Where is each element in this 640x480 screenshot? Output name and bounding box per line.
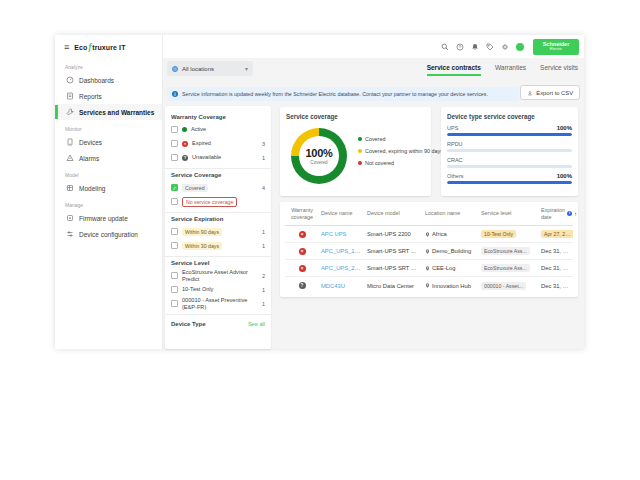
download-icon [527, 90, 533, 96]
checkbox[interactable] [171, 198, 178, 205]
hamburger-menu-icon[interactable]: ≡ [64, 43, 69, 52]
help-icon[interactable] [456, 43, 464, 51]
filter-warranty-active[interactable]: Active [171, 123, 265, 136]
divider [165, 168, 271, 169]
filter-section-title: Warranty Coverage [171, 114, 265, 120]
filter-section-title: Service Expiration [171, 216, 265, 222]
sidebar-section-manage: Manage [55, 196, 162, 210]
table-row[interactable]: × APC_UPS_2_Up Smart-UPS SRT ... CEE-Log… [285, 260, 573, 277]
device-link[interactable]: APC UPS [321, 231, 346, 237]
bar-row-ups: UPS 100% [447, 125, 572, 136]
feedback-tag-icon[interactable] [486, 43, 494, 51]
legend-item-covered: Covered [358, 136, 443, 142]
bar-row-others: Others 100% [447, 173, 572, 184]
warranty-expired-icon: × [299, 231, 306, 238]
filter-within-90-days[interactable]: Within 90 days 1 [171, 225, 265, 238]
config-icon [66, 230, 74, 238]
device-link[interactable]: APC_UPS_2_Up [321, 265, 365, 271]
page: ≡ Ecoƒtruxure IT Analyze Dashboards Repo… [0, 0, 640, 480]
sidebar-item-modeling[interactable]: Modeling [55, 180, 162, 196]
filter-warranty-expired[interactable]: × Expired 3 [171, 137, 265, 150]
app-logo-row: ≡ Ecoƒtruxure IT [55, 35, 162, 58]
tab-service-visits[interactable]: Service visits [540, 64, 578, 76]
table-row[interactable]: × APC_UPS_1_0... Smart-UPS SRT ... Demo_… [285, 243, 573, 260]
checkbox[interactable] [171, 286, 178, 293]
sidebar-item-services-and-warranties[interactable]: Services and Warranties [55, 104, 162, 120]
firmware-icon [66, 214, 74, 222]
sidebar-item-firmware-update[interactable]: Firmware update [55, 210, 162, 226]
col-device-name: Device name [319, 208, 365, 218]
sidebar-item-dashboards[interactable]: Dashboards [55, 72, 162, 88]
checkbox[interactable] [171, 242, 178, 249]
active-status-dot [182, 127, 187, 132]
checkbox[interactable] [171, 154, 178, 161]
device-link[interactable]: MDC43U [321, 283, 345, 289]
tab-service-contracts[interactable]: Service contracts [427, 64, 481, 76]
sidebar-section-monitor: Monitor [55, 120, 162, 134]
filter-level-10-test-only[interactable]: 10-Test Only 1 [171, 283, 265, 296]
service-coverage-card: Service coverage 100% Covered Covered Co… [280, 107, 431, 196]
table-header-row: Warranty coverage Device name Device mod… [285, 202, 573, 226]
col-location-name: Location name [423, 208, 479, 218]
table-row[interactable]: ? MDC43U Micro Data Center Innovation Hu… [285, 277, 573, 294]
tab-warranties[interactable]: Warranties [495, 64, 526, 76]
gauge-icon [66, 76, 74, 84]
sidebar-item-device-configuration[interactable]: Device configuration [55, 226, 162, 242]
device-type-coverage-card: Device type service coverage UPS 100% RP… [441, 107, 578, 196]
user-avatar[interactable] [516, 43, 524, 51]
location-pin-icon [425, 232, 430, 237]
ecostruxure-logo: Ecoƒtruxure IT [74, 42, 125, 52]
sidebar-item-reports[interactable]: Reports [55, 88, 162, 104]
checkbox[interactable] [171, 140, 178, 147]
column-info-icon[interactable]: i [567, 211, 572, 216]
info-icon: i [172, 91, 178, 97]
checkbox[interactable] [171, 272, 178, 279]
expired-status-icon: × [182, 141, 188, 147]
bar-track [447, 181, 572, 184]
checkbox[interactable] [171, 228, 178, 235]
location-pin-icon [425, 283, 430, 288]
device-table-card: Warranty coverage Device name Device mod… [280, 202, 578, 297]
filter-level-asset-advisor[interactable]: EcoStruxure Asset Advisor Predict 2 [171, 269, 265, 282]
device-icon [66, 138, 74, 146]
settings-gear-icon[interactable] [501, 43, 509, 51]
col-service-level: Service level [479, 208, 539, 218]
location-filter-select[interactable]: All locations ▾ [167, 61, 253, 76]
info-banner: i Service information is updated weekly … [167, 87, 519, 101]
col-device-model: Device model [365, 208, 423, 218]
warranty-expired-icon: × [299, 265, 306, 272]
filter-warranty-unavailable[interactable]: ? Unavailable 1 [171, 151, 265, 164]
sidebar-item-alarms[interactable]: Alarms [55, 150, 162, 166]
location-pin-icon [425, 249, 430, 254]
sidebar-item-label: Services and Warranties [79, 109, 154, 116]
chevron-down-icon: ▾ [245, 65, 248, 72]
legend-dot [358, 161, 362, 165]
export-to-csv-button[interactable]: Export to CSV [520, 85, 580, 100]
within-90-days-chip: Within 90 days [182, 228, 222, 236]
divider [165, 314, 271, 315]
card-title: Device type service coverage [447, 113, 572, 120]
sidebar-item-label: Reports [79, 93, 102, 100]
sort-ascending-icon[interactable]: ↑ [574, 211, 577, 217]
filter-level-asset-preventive[interactable]: 000010 - Asset Preventive (E&P-FR) 1 [171, 297, 265, 310]
schneider-electric-logo: Schneider Electric [533, 39, 579, 55]
filter-within-30-days[interactable]: Within 30 days 1 [171, 239, 265, 252]
unavailable-status-icon: ? [182, 155, 188, 161]
bar-track [447, 149, 572, 152]
filter-service-covered[interactable]: ✓ Covered 4 [171, 181, 265, 194]
see-all-link[interactable]: See all [248, 321, 265, 327]
warranty-expired-icon: × [299, 248, 306, 255]
checkbox-checked[interactable]: ✓ [171, 184, 178, 191]
filter-section-title: Device Type [171, 321, 206, 327]
sidebar-item-label: Dashboards [79, 77, 114, 84]
table-row[interactable]: × APC UPS Smart-UPS 2200 Africa 10-Test … [285, 226, 573, 243]
checkbox[interactable] [171, 300, 178, 307]
filter-no-service-coverage[interactable]: No service coverage [171, 195, 265, 208]
search-icon[interactable] [441, 43, 449, 51]
sidebar-item-devices[interactable]: Devices [55, 134, 162, 150]
checkbox[interactable] [171, 126, 178, 133]
notifications-icon[interactable] [471, 43, 479, 51]
legend-dot [358, 137, 362, 141]
device-link[interactable]: APC_UPS_1_0... [321, 248, 365, 254]
col-expiration-date: Expiration date i ↑ [539, 205, 577, 222]
